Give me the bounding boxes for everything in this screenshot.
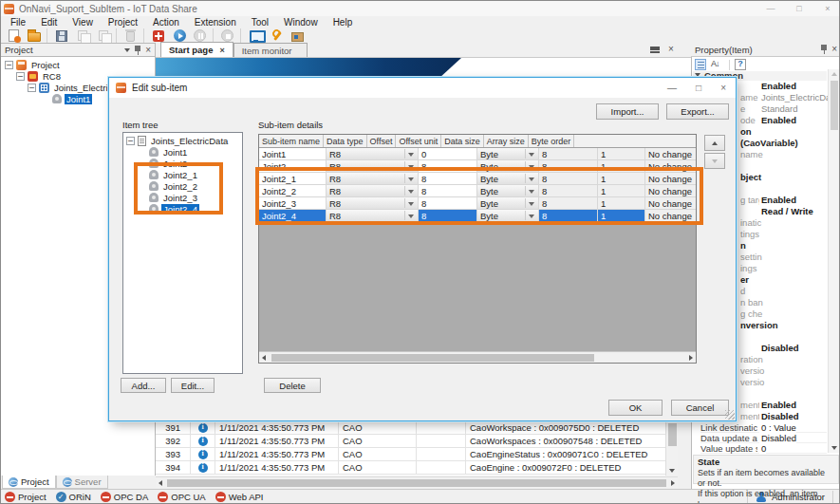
expander-icon[interactable]: –	[28, 84, 36, 92]
menu-item[interactable]: Window	[278, 17, 327, 28]
tree-item[interactable]: Joint1	[123, 146, 242, 158]
cell-sub-item-name[interactable]: Joint2_2	[259, 185, 327, 196]
column-header[interactable]: Byte order	[529, 135, 575, 147]
pin-icon[interactable]	[133, 45, 142, 56]
toolbar-button[interactable]	[247, 28, 264, 43]
scroll-right-icon[interactable]	[689, 355, 693, 361]
cell-offset-unit-dropdown[interactable]: Byte	[477, 197, 539, 209]
menu-item[interactable]: Extension	[189, 17, 246, 28]
window-position-icon[interactable]	[124, 48, 130, 52]
cancel-button[interactable]: Cancel	[671, 400, 729, 416]
column-header[interactable]: Offset	[367, 135, 397, 147]
document-tab[interactable]: Item monitor	[233, 43, 308, 57]
property-row[interactable]: n ban	[740, 297, 828, 308]
tree-item[interactable]: Joint2_3	[123, 192, 242, 203]
property-row[interactable]: n	[740, 240, 828, 252]
property-row[interactable]: ment Disabled	[740, 411, 828, 422]
ok-button[interactable]: OK	[608, 400, 663, 416]
property-row[interactable]: Read / Write	[740, 206, 828, 217]
property-row[interactable]	[740, 331, 828, 343]
cell-data-type-dropdown[interactable]: R8	[327, 197, 419, 209]
scrollbar-thumb[interactable]	[167, 479, 666, 487]
dialog-maximize-button[interactable]: □	[696, 82, 701, 94]
tree-item[interactable]: Joint2_4	[123, 203, 242, 215]
property-row[interactable]: ode Enabled	[740, 115, 828, 126]
tab-list-icon[interactable]	[650, 47, 660, 54]
table-row[interactable]: Joint2_1 R8 8 Byte 8 1 No change	[259, 173, 696, 185]
dock-tab[interactable]: Project	[2, 476, 56, 489]
resize-grip[interactable]	[725, 410, 735, 420]
cell-byte-order[interactable]: No change	[645, 160, 696, 172]
tree-item[interactable]: Joint2_1	[123, 169, 242, 180]
expander-icon[interactable]: –	[16, 72, 25, 81]
scroll-left-icon[interactable]	[262, 355, 266, 361]
cell-data-type-dropdown[interactable]: R8	[327, 173, 419, 184]
tab-close-icon[interactable]: ×	[219, 46, 224, 55]
cell-byte-order[interactable]: No change	[645, 210, 696, 221]
cell-offset[interactable]: 8	[419, 173, 477, 184]
menu-item[interactable]: Tool	[246, 17, 278, 28]
menu-item[interactable]: View	[66, 17, 103, 28]
property-row[interactable]: Enabled	[740, 81, 828, 92]
scroll-left-icon[interactable]	[159, 480, 162, 486]
cell-sub-item-name[interactable]: Joint2_3	[259, 197, 327, 209]
toolbar-button[interactable]	[192, 28, 214, 43]
expander-icon[interactable]: –	[5, 61, 13, 69]
cell-data-type-dropdown[interactable]: R8	[327, 148, 419, 159]
delete-button[interactable]: Delete	[264, 378, 321, 393]
tree-root-item[interactable]: – Joints_ElectricData	[123, 135, 242, 146]
property-row[interactable]: ration	[740, 354, 828, 365]
toolbar-button[interactable]	[268, 28, 285, 43]
property-row[interactable]: inatic	[740, 217, 828, 229]
cell-data-size[interactable]: 8	[539, 185, 598, 196]
scrollbar-thumb[interactable]	[668, 423, 677, 446]
cell-offset-unit-dropdown[interactable]: Byte	[477, 173, 539, 184]
cell-byte-order[interactable]: No change	[645, 148, 696, 159]
cell-array-size[interactable]: 1	[598, 160, 645, 172]
property-row[interactable]: settin	[740, 252, 828, 263]
log-row[interactable]: 391 1/11/2021 4:35:50.773 PM CAO CaoWork…	[156, 421, 665, 435]
close-panel-icon[interactable]: ×	[145, 46, 151, 55]
toolbar-button[interactable]	[171, 28, 188, 43]
column-header[interactable]: Array size	[484, 135, 529, 147]
cell-offset-unit-dropdown[interactable]: Byte	[477, 185, 539, 196]
toolbar-button[interactable]	[289, 28, 306, 43]
cell-offset-unit-dropdown[interactable]: Byte	[477, 160, 539, 172]
dialog-close-button[interactable]: ×	[720, 82, 726, 94]
column-header[interactable]: Data type	[324, 135, 367, 147]
cell-data-type-dropdown[interactable]: R8	[327, 185, 419, 196]
column-header[interactable]: Offset unit	[396, 135, 441, 147]
item-tree-list[interactable]: – Joints_ElectricData Joint1 Joint2 Join…	[122, 132, 243, 374]
scroll-right-icon[interactable]	[671, 480, 675, 486]
property-pages-icon[interactable]	[735, 59, 746, 70]
dock-tab[interactable]: Server	[56, 476, 108, 489]
table-row[interactable]: Joint2 R8 8 Byte 8 1 No change	[259, 160, 696, 173]
document-tab[interactable]: Start page ×	[160, 42, 233, 57]
cell-byte-order[interactable]: No change	[645, 173, 696, 184]
table-row[interactable]: Joint1 R8 0 Byte 8 1 No change	[259, 148, 696, 160]
property-row[interactable]: Value update s 0	[700, 443, 827, 454]
cell-array-size[interactable]: 1	[598, 173, 645, 184]
scrollbar-thumb[interactable]	[271, 354, 594, 362]
property-row[interactable]: d	[740, 286, 828, 297]
cell-offset[interactable]: 0	[419, 148, 477, 159]
close-button[interactable]: ×	[822, 1, 833, 16]
scroll-up-icon[interactable]	[831, 72, 837, 76]
menu-item[interactable]: Project	[103, 17, 147, 28]
property-row[interactable]: versio	[740, 365, 828, 377]
tab-group-close-icon[interactable]: ×	[668, 45, 674, 54]
dialog-minimize-button[interactable]: —	[667, 82, 677, 94]
toolbar-button[interactable]	[5, 28, 22, 43]
property-row[interactable]: er	[740, 274, 828, 286]
cell-array-size[interactable]: 1	[598, 210, 645, 221]
cell-sub-item-name[interactable]: Joint2_1	[259, 173, 327, 184]
toolbar-button[interactable]	[74, 28, 91, 43]
cell-offset-unit-dropdown[interactable]: Byte	[477, 148, 539, 159]
property-row[interactable]: ings	[740, 263, 828, 274]
menu-item[interactable]: File	[5, 17, 35, 28]
cell-sub-item-name[interactable]: Joint2_4	[259, 210, 327, 221]
cell-data-size[interactable]: 8	[539, 210, 598, 221]
tree-item[interactable]: Joint2_2	[123, 180, 242, 192]
toolbar-button[interactable]	[219, 28, 241, 43]
property-row[interactable]: Disabled	[740, 343, 828, 354]
